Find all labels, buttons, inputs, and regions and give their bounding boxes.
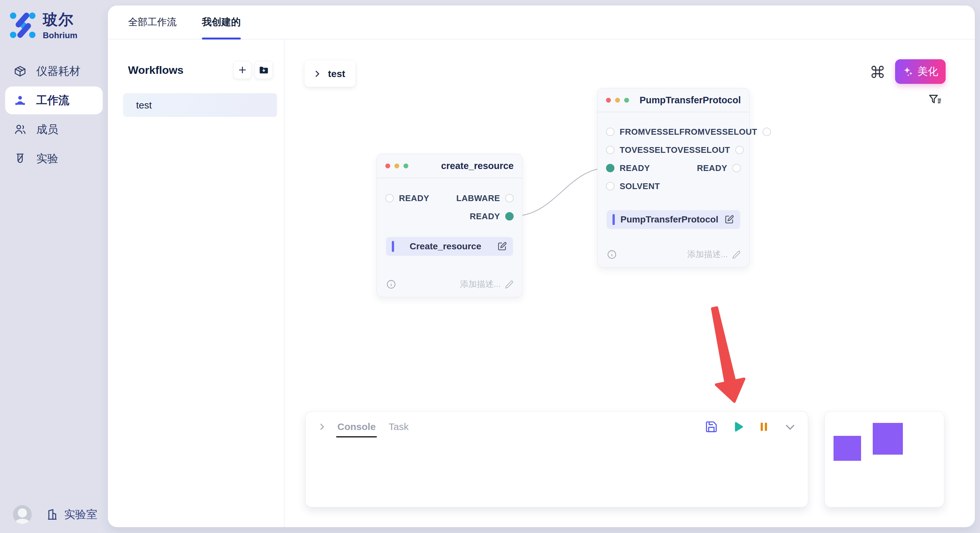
dot-red (606, 98, 611, 103)
chevron-right-icon (313, 70, 321, 78)
breadcrumb-label: test (328, 68, 345, 79)
node-pump-transfer-protocol[interactable]: PumpTransferProtocol FROMVESSEL FROMVESS… (597, 88, 749, 268)
pill-accent-bar (612, 214, 615, 225)
node-action-pill[interactable]: PumpTransferProtocol (607, 210, 740, 229)
port-label: TOVESSEL (620, 145, 666, 155)
info-icon[interactable] (386, 279, 396, 289)
port-label: FROMVESSELOUT (679, 127, 757, 137)
workflow-list-panel: Workflows test (108, 40, 285, 527)
info-icon[interactable] (607, 249, 617, 260)
filter-icon[interactable] (928, 93, 942, 107)
command-icon[interactable] (870, 65, 885, 79)
port-in-ready[interactable] (385, 194, 394, 202)
sidebar-item-consumables[interactable]: 仪器耗材 (5, 57, 103, 85)
workspace-footer: 实验室 (13, 505, 97, 524)
port-label: READY (469, 211, 500, 222)
node-header: create_resource (377, 154, 522, 178)
tab-all-workflows[interactable]: 全部工作流 (128, 5, 177, 39)
traffic-dots (606, 98, 629, 103)
port-label: LABWARE (456, 194, 500, 203)
description-placeholder[interactable]: 添加描述... (460, 279, 501, 290)
workspace-switcher[interactable]: 实验室 (46, 507, 97, 522)
tab-my-created[interactable]: 我创建的 (202, 5, 241, 39)
building-icon (46, 508, 60, 521)
console-output-area (305, 434, 808, 498)
brand-title: 玻尔 (43, 10, 78, 30)
task-tab[interactable]: Task (388, 421, 409, 432)
node-title: create_resource (441, 160, 514, 171)
pencil-icon[interactable] (732, 250, 741, 259)
port-label: READY (697, 163, 727, 173)
edge-create-to-pump (514, 168, 609, 216)
sidebar-item-label: 仪器耗材 (36, 64, 80, 79)
folder-download-icon (259, 65, 269, 75)
sparkles-icon (902, 66, 913, 77)
main-content-card: 全部工作流 我创建的 Workflows test (108, 5, 975, 527)
workspace-label: 实验室 (64, 507, 97, 522)
node-footer: 添加描述... (607, 249, 741, 260)
minimap-node (834, 436, 861, 461)
traffic-dots (385, 163, 408, 168)
brand: 玻尔 Bohrium (0, 0, 108, 40)
node-action-pill[interactable]: Create_resource (386, 237, 513, 256)
dot-yellow (615, 98, 620, 103)
port-in-ready-connected[interactable] (606, 164, 614, 172)
workflow-list-item-test[interactable]: test (123, 93, 277, 117)
sidebar-item-label: 实验 (36, 151, 58, 166)
console-tab[interactable]: Console (337, 421, 375, 432)
sidebar-item-label: 成员 (36, 122, 58, 137)
edit-icon[interactable] (724, 214, 734, 225)
workflow-item-label: test (136, 100, 152, 111)
edit-icon[interactable] (497, 241, 507, 252)
test-tube-icon (14, 152, 27, 165)
dot-green (404, 163, 408, 168)
description-placeholder[interactable]: 添加描述... (687, 249, 728, 260)
sidebar-item-label: 工作流 (36, 93, 69, 108)
pause-icon[interactable] (758, 421, 770, 433)
pill-label: PumpTransferProtocol (615, 214, 724, 225)
pill-label: Create_resource (394, 241, 497, 252)
sidebar-item-workflow[interactable]: 工作流 (5, 86, 103, 114)
node-header: PumpTransferProtocol (598, 89, 749, 113)
port-out-fromvesselout[interactable] (762, 128, 771, 136)
port-out-tovesselout[interactable] (735, 146, 744, 154)
port-out-ready[interactable] (732, 164, 741, 172)
console-panel: Console Task (305, 411, 808, 508)
import-folder-button[interactable] (255, 61, 273, 79)
pencil-icon[interactable] (504, 280, 514, 289)
add-workflow-button[interactable] (233, 61, 251, 79)
bohrium-logo-icon (9, 11, 37, 39)
port-label: FROMVESSEL (620, 127, 679, 137)
box-icon (14, 65, 27, 78)
port-label: READY (399, 194, 430, 203)
dot-red (385, 163, 390, 168)
minimap[interactable] (824, 411, 944, 508)
panel-title: Workflows (128, 64, 183, 76)
port-label: SOLVENT (620, 181, 660, 191)
save-icon[interactable] (705, 420, 718, 433)
brand-subtitle: Bohrium (43, 30, 78, 40)
sidebar: 玻尔 Bohrium 仪器耗材 工作流 成员 (0, 0, 108, 533)
annotation-arrow (708, 305, 756, 409)
port-label: READY (620, 163, 650, 173)
pill-accent-bar (392, 241, 394, 252)
plus-icon (237, 65, 247, 75)
node-create-resource[interactable]: create_resource READY LABWARE READY (377, 154, 522, 297)
run-icon[interactable] (732, 420, 745, 433)
chevron-down-icon[interactable] (783, 420, 797, 434)
port-in-tovessel[interactable] (606, 146, 614, 154)
collapse-chevron-icon[interactable] (317, 422, 327, 431)
sidebar-item-members[interactable]: 成员 (5, 116, 103, 143)
port-in-fromvessel[interactable] (606, 128, 614, 136)
port-out-ready-connected[interactable] (505, 212, 514, 220)
node-footer: 添加描述... (386, 279, 514, 290)
users-icon (14, 123, 27, 136)
beautify-button[interactable]: 美化 (895, 59, 946, 84)
port-in-solvent[interactable] (606, 182, 614, 190)
user-avatar[interactable] (13, 505, 32, 524)
beautify-label: 美化 (918, 65, 938, 79)
breadcrumb[interactable]: test (305, 60, 355, 87)
port-out-labware[interactable] (505, 194, 514, 202)
sidebar-item-experiment[interactable]: 实验 (5, 145, 103, 173)
node-title: PumpTransferProtocol (640, 95, 741, 106)
